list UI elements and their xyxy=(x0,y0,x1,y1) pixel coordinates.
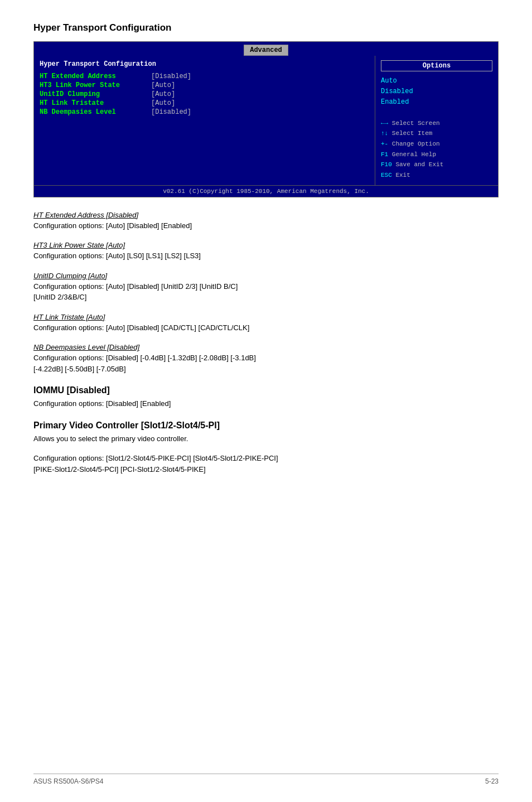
primary-video-section: Primary Video Controller [Slot1/2-Slot4/… xyxy=(33,421,499,475)
bios-help-row: F10 Save and Exit xyxy=(381,160,492,170)
bios-setting-row: NB Deempasies Level[Disabled] xyxy=(40,108,369,116)
doc-item-desc: Configuration options: [Auto] [Disabled]… xyxy=(33,281,499,303)
bios-help-key: +- xyxy=(381,141,388,147)
doc-item-desc: Configuration options: [Auto] [Disabled]… xyxy=(33,322,499,334)
bios-setting-name: UnitID Clumping xyxy=(40,90,151,98)
doc-item: NB Deempasies Level [Disabled]Configurat… xyxy=(33,343,499,374)
bios-help-key: F10 xyxy=(381,161,392,168)
bios-help-key: ↑↓ xyxy=(381,130,388,137)
doc-items-container: HT Extended Address [Disabled]Configurat… xyxy=(33,211,499,375)
bios-setting-name: HT Link Tristate xyxy=(40,99,151,107)
bios-option-values: AutoDisabledEnabled xyxy=(381,76,492,108)
bios-help-key: F1 xyxy=(381,151,388,158)
bios-left-panel: Hyper Transport Configuration HT Extende… xyxy=(34,56,375,185)
doc-item-title: NB Deempasies Level [Disabled] xyxy=(33,343,499,351)
bios-content: Hyper Transport Configuration HT Extende… xyxy=(34,56,498,185)
bios-settings-list: HT Extended Address[Disabled]HT3 Link Po… xyxy=(40,73,369,116)
doc-item-desc: Configuration options: [Auto] [Disabled]… xyxy=(33,220,499,231)
bios-setting-value: [Auto] xyxy=(151,99,175,107)
bios-setting-value: [Auto] xyxy=(151,81,175,89)
bios-help-key: ESC xyxy=(381,172,392,178)
iommu-desc: Configuration options: [Disabled] [Enabl… xyxy=(33,398,499,409)
bios-setting-row: HT Link Tristate[Auto] xyxy=(40,99,369,107)
bios-help-row: F1 General Help xyxy=(381,149,492,160)
bios-setting-row: UnitID Clumping[Auto] xyxy=(40,90,369,98)
footer-left: ASUS RS500A-S6/PS4 xyxy=(33,777,103,785)
doc-item-title: HT Extended Address [Disabled] xyxy=(33,211,499,219)
bios-setting-name: HT3 Link Power State xyxy=(40,81,151,89)
bios-help-key: ←→ xyxy=(381,120,388,127)
doc-item: HT3 Link Power State [Auto]Configuration… xyxy=(33,241,499,262)
bios-setting-value: [Auto] xyxy=(151,90,175,98)
bios-setting-row: HT Extended Address[Disabled] xyxy=(40,73,369,80)
doc-item-title: UnitID Clumping [Auto] xyxy=(33,272,499,280)
bios-help-row: ↑↓ Select Item xyxy=(381,128,492,139)
bios-setting-value: [Disabled] xyxy=(151,108,191,116)
bios-ui-box: Advanced Hyper Transport Configuration H… xyxy=(33,41,499,197)
page-footer: ASUS RS500A-S6/PS4 5-23 xyxy=(33,774,499,785)
bios-option-value: Auto xyxy=(381,76,492,86)
bios-help-row: ←→ Select Screen xyxy=(381,118,492,129)
bios-setting-name: HT Extended Address xyxy=(40,73,151,80)
primary-video-desc2: Configuration options: [Slot1/2-Slot4/5-… xyxy=(33,453,499,475)
bios-tab-bar: Advanced xyxy=(34,42,498,56)
page-title: Hyper Transport Configuration xyxy=(33,22,499,33)
bios-setting-name: NB Deempasies Level xyxy=(40,108,151,116)
bios-option-value: Enabled xyxy=(381,97,492,108)
doc-item-desc: Configuration options: [Auto] [LS0] [LS1… xyxy=(33,250,499,262)
bios-footer: v02.61 (C)Copyright 1985-2010, American … xyxy=(34,185,498,197)
doc-item-title: HT3 Link Power State [Auto] xyxy=(33,241,499,249)
doc-item: UnitID Clumping [Auto]Configuration opti… xyxy=(33,272,499,303)
bios-right-panel: Options AutoDisabledEnabled ←→ Select Sc… xyxy=(375,56,498,185)
doc-item-title: HT Link Tristate [Auto] xyxy=(33,313,499,321)
primary-video-heading: Primary Video Controller [Slot1/2-Slot4/… xyxy=(33,421,499,431)
bios-options-header: Options xyxy=(381,60,492,71)
bios-help-section: ←→ Select Screen↑↓ Select Item+- Change … xyxy=(381,118,492,181)
bios-section-header: Hyper Transport Configuration xyxy=(40,60,369,68)
bios-help-row: +- Change Option xyxy=(381,139,492,149)
iommu-section: IOMMU [Disabled] Configuration options: … xyxy=(33,385,499,409)
doc-item: HT Link Tristate [Auto]Configuration opt… xyxy=(33,313,499,334)
footer-right: 5-23 xyxy=(485,777,499,785)
primary-video-desc1: Allows you to select the primary video c… xyxy=(33,433,499,445)
advanced-tab[interactable]: Advanced xyxy=(244,45,288,56)
bios-help-row: ESC Exit xyxy=(381,170,492,181)
bios-setting-row: HT3 Link Power State[Auto] xyxy=(40,81,369,89)
iommu-heading: IOMMU [Disabled] xyxy=(33,385,499,395)
bios-option-value: Disabled xyxy=(381,86,492,97)
doc-item: HT Extended Address [Disabled]Configurat… xyxy=(33,211,499,231)
doc-item-desc: Configuration options: [Disabled] [-0.4d… xyxy=(33,352,499,374)
bios-setting-value: [Disabled] xyxy=(151,73,191,80)
